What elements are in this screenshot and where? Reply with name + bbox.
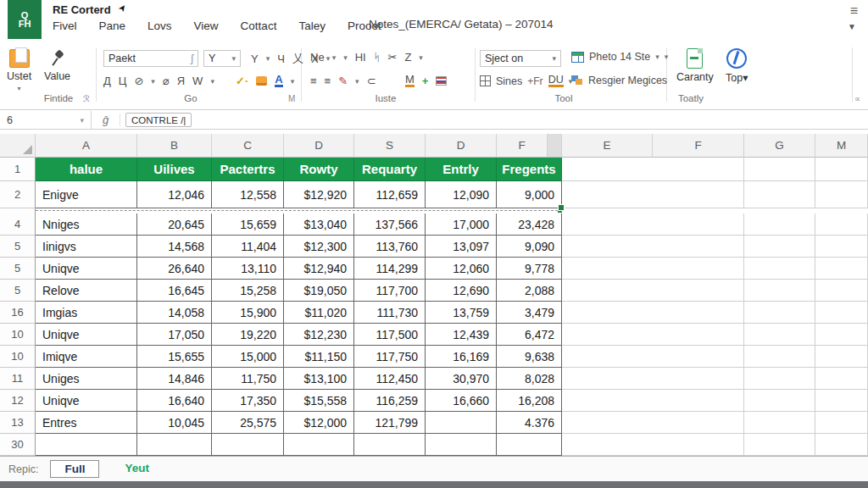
cell[interactable]: 117,750 xyxy=(354,346,426,368)
cell[interactable]: 14,846 xyxy=(137,368,212,390)
font-size-combo[interactable]: Y ▾ xyxy=(203,50,241,67)
column-header-narrow[interactable] xyxy=(548,134,562,158)
empty-cell[interactable] xyxy=(744,214,815,236)
fr-button[interactable]: +Fr xyxy=(527,75,542,87)
font-tool-icon[interactable]: Ч xyxy=(277,53,285,65)
cell[interactable]: halue xyxy=(36,158,137,181)
cell[interactable]: $12,230 xyxy=(284,324,354,346)
cell[interactable]: 12,090 xyxy=(426,181,497,208)
menu-item-view[interactable]: View xyxy=(194,19,219,32)
cell[interactable]: 117,500 xyxy=(354,324,426,346)
cell[interactable]: Uniqve xyxy=(36,390,137,412)
cell[interactable]: 11,750 xyxy=(212,368,284,390)
highlight-icon[interactable]: ✓· xyxy=(236,75,248,87)
hamburger-icon[interactable]: ≡ xyxy=(850,3,858,19)
align-tool-icon[interactable]: Z xyxy=(404,51,411,64)
fx-icon[interactable]: ĝ xyxy=(92,114,120,126)
cell[interactable]: 16,640 xyxy=(137,390,212,412)
align-tool-icon[interactable]: ✂ xyxy=(388,51,398,64)
empty-cell[interactable] xyxy=(562,181,744,208)
row-number[interactable]: 1 xyxy=(0,158,36,181)
value-button[interactable]: Value xyxy=(44,49,70,82)
font-name-combo[interactable]: Paekt ʃ xyxy=(103,50,198,67)
cell[interactable] xyxy=(497,434,562,456)
empty-cell[interactable] xyxy=(744,258,815,280)
cell[interactable]: 111,730 xyxy=(354,302,426,324)
cell[interactable]: 116,259 xyxy=(354,390,426,412)
column-header-G[interactable]: G xyxy=(744,134,815,158)
empty-cell[interactable] xyxy=(815,236,868,258)
menu-item-lovs[interactable]: Lovs xyxy=(147,19,172,32)
cell[interactable]: 15,900 xyxy=(212,302,284,324)
cell[interactable]: 6,472 xyxy=(497,324,562,346)
empty-cell[interactable] xyxy=(562,258,744,280)
menu-item-taley[interactable]: Taley xyxy=(298,19,326,32)
cell[interactable]: 16,169 xyxy=(426,346,497,368)
cell[interactable]: Iinigvs xyxy=(36,236,137,258)
font-tool-icon[interactable]: Д xyxy=(103,75,111,87)
column-header-C[interactable]: C xyxy=(212,134,284,158)
cell[interactable]: 14,058 xyxy=(137,302,212,324)
cell[interactable] xyxy=(284,434,354,456)
cell[interactable]: $13,100 xyxy=(284,368,354,390)
cell[interactable]: $12,940 xyxy=(284,258,354,280)
font-tool-icon[interactable]: Я xyxy=(177,75,185,87)
row-number[interactable]: 2 xyxy=(0,181,36,208)
cell[interactable]: Uniqve xyxy=(36,324,137,346)
empty-cell[interactable] xyxy=(562,158,744,181)
cell[interactable]: Relove xyxy=(36,280,137,302)
empty-cell[interactable] xyxy=(744,324,815,346)
cell[interactable]: $11,020 xyxy=(284,302,354,324)
column-header-A[interactable]: A xyxy=(36,134,137,158)
empty-cell[interactable] xyxy=(744,346,815,368)
menu-item-cottact[interactable]: Cottact xyxy=(241,19,277,32)
row-number[interactable]: 5 xyxy=(0,236,36,258)
column-header-D[interactable]: D xyxy=(426,134,497,158)
cell[interactable] xyxy=(426,412,497,434)
cell[interactable]: Requarty xyxy=(354,158,426,181)
cell[interactable]: Uilives xyxy=(137,158,212,181)
cell[interactable]: 12,046 xyxy=(137,181,212,208)
select-all-button[interactable] xyxy=(0,134,36,158)
font-tool-icon[interactable]: ⌀ xyxy=(163,75,170,87)
empty-cell[interactable] xyxy=(815,412,868,434)
empty-cell[interactable] xyxy=(815,214,868,236)
font-tool-icon[interactable]: Ц xyxy=(119,75,127,87)
cell[interactable]: 19,220 xyxy=(212,324,284,346)
cell[interactable]: 12,060 xyxy=(426,258,497,280)
cell[interactable]: 112,659 xyxy=(354,181,426,208)
font-tool-icon[interactable]: W xyxy=(192,75,203,87)
empty-cell[interactable] xyxy=(815,302,868,324)
sines-button[interactable]: Sines xyxy=(496,75,522,87)
cell[interactable]: 137,566 xyxy=(354,214,426,236)
empty-cell[interactable] xyxy=(815,280,868,302)
cell[interactable] xyxy=(36,434,137,456)
insert-icon[interactable]: + xyxy=(422,75,429,87)
empty-cell[interactable] xyxy=(562,280,744,302)
cell[interactable]: 12,558 xyxy=(212,181,284,208)
font-tool-icon[interactable]: ▾ xyxy=(266,54,270,63)
top-button[interactable]: Top▾ xyxy=(726,48,748,84)
row-number[interactable]: 11 xyxy=(0,368,36,390)
cell[interactable]: Pactertrs xyxy=(212,158,284,181)
fill-color-icon[interactable] xyxy=(256,76,267,86)
resgier-button[interactable]: Resgier Megices xyxy=(571,75,667,86)
cell[interactable]: 12,690 xyxy=(426,280,497,302)
sheet-tab-yeut[interactable]: Yeut xyxy=(111,460,163,478)
menu-item-pane[interactable]: Pane xyxy=(99,19,126,32)
cell[interactable]: 17,050 xyxy=(137,324,212,346)
row-number[interactable]: 16 xyxy=(0,302,36,324)
paste-button[interactable]: Ustet ▾ xyxy=(7,49,31,92)
empty-cell[interactable] xyxy=(562,346,744,368)
empty-cell[interactable] xyxy=(815,368,868,390)
du-button[interactable]: DU xyxy=(548,75,564,87)
cell[interactable]: 17,350 xyxy=(212,390,284,412)
cell[interactable]: 30,970 xyxy=(426,368,497,390)
empty-cell[interactable] xyxy=(744,302,815,324)
caranty-button[interactable]: Caranty xyxy=(676,48,714,83)
cell[interactable]: 25,575 xyxy=(212,412,284,434)
empty-cell[interactable] xyxy=(562,412,744,434)
cell[interactable]: Entres xyxy=(36,412,137,434)
align-tool-icon[interactable]: ⊂ xyxy=(367,75,376,87)
column-header-M[interactable]: M xyxy=(815,134,868,158)
